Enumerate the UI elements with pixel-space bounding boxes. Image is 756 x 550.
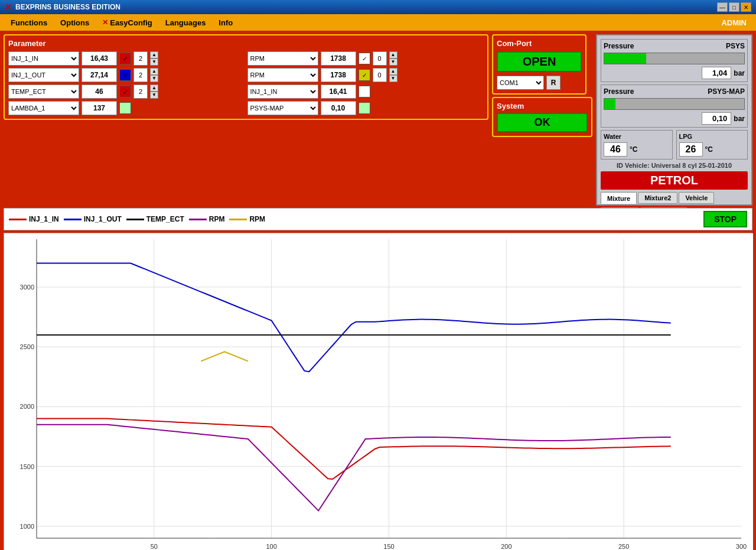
stop-button[interactable]: STOP [703,211,747,227]
param-row-r3: INJ_1_IN 16,41 [247,84,484,99]
param-num-1[interactable]: 2 [133,51,148,66]
pressure-psysmap-value: 0,10 [702,112,731,125]
r-button[interactable]: R [546,76,561,90]
menu-bar: Functions Options ✕ EasyConfig Languages… [0,14,756,31]
param-spin-r2: ▲ ▼ [389,68,397,82]
param-check-r4[interactable] [359,102,370,114]
param-row-1: INJ_1_IN 16,43 ✓ 2 ▲ ▼ [8,51,245,66]
legend-items: INJ_1_IN INJ_1_OUT TEMP_ECT RPM RPM [9,215,265,223]
spin-dn-3[interactable]: ▼ [150,92,158,99]
param-check-r2[interactable]: ✓ [359,69,370,81]
comport-system-col: Com-Port OPEN COM1 R System OK [492,34,592,206]
legend-label-inj1out: INJ_1_OUT [84,215,122,223]
lpg-unit: °C [705,145,713,154]
param-check-4[interactable] [119,102,131,114]
param-check-2[interactable]: ✓ [119,69,131,81]
parameter-box: Parameter INJ_1_IN 16,43 ✓ 2 ▲ ▼ [4,34,488,120]
param-value-r1: 1738 [321,51,356,66]
spin-up-1[interactable]: ▲ [150,51,158,58]
chart-canvas [4,233,753,550]
param-select-r2[interactable]: RPM [247,68,318,82]
pressure-psysmap-title: Pressure [604,87,634,96]
menu-items: Functions Options ✕ EasyConfig Languages… [5,17,239,28]
water-value: 46 [604,142,627,157]
title-bar-controls: — □ ✕ [717,2,751,12]
right-panel: Pressure PSYS 1,04 bar Pressure PSYS-MAP [596,34,752,206]
chart-controls: INJ_1_IN INJ_1_OUT TEMP_ECT RPM RPM [4,208,752,230]
param-row-r4: PSYS-MAP 0,10 [247,101,484,115]
param-check-r1[interactable]: ✓ [359,53,370,64]
easyconfig-icon: ✕ [102,18,108,27]
water-unit: °C [630,145,637,154]
legend-label-rpm2: RPM [249,215,265,223]
legend-tempect: TEMP_ECT [126,215,184,223]
param-num-r2[interactable]: 0 [373,68,387,82]
menu-functions[interactable]: Functions [5,17,53,28]
param-select-4[interactable]: LAMBDA_1 [8,101,79,115]
param-num-r1[interactable]: 0 [373,51,387,66]
legend-line-rpm2 [229,219,247,220]
menu-options[interactable]: Options [54,17,95,28]
param-row-4: LAMBDA_1 137 [8,101,245,115]
param-check-r3[interactable] [359,86,370,97]
system-box: System OK [492,97,592,137]
pressure-psysmap-bar [604,98,745,110]
param-value-2: 27,14 [82,68,117,82]
legend-inj1in: INJ_1_IN [9,215,59,223]
tab-mixture[interactable]: Mixture [601,192,637,204]
vehicle-id: ID Vehicle: Universal 8 cyl 25-01-2010 [601,162,748,169]
param-row-2: INJ_1_OUT 27,14 ✓ 2 ▲ ▼ [8,68,245,82]
spin-dn-r2[interactable]: ▼ [389,75,397,82]
close-button[interactable]: ✕ [741,2,751,12]
spin-dn-1[interactable]: ▼ [150,58,158,66]
spin-dn-2[interactable]: ▼ [150,75,158,82]
spin-up-2[interactable]: ▲ [150,68,158,75]
legend-line-tempect [126,219,144,220]
param-select-2[interactable]: INJ_1_OUT [8,68,79,82]
app-icon: ✕ [5,2,12,12]
param-row-r2: RPM 1738 ✓ 0 ▲ ▼ [247,68,484,82]
top-section: Parameter INJ_1_IN 16,43 ✓ 2 ▲ ▼ [4,34,752,206]
minimize-button[interactable]: — [717,2,728,12]
tab-mixture2[interactable]: Mixture2 [638,192,677,204]
param-select-3[interactable]: TEMP_ECT [8,84,79,99]
legend-inj1out: INJ_1_OUT [64,215,122,223]
pressure-psys-header: Pressure PSYS [604,42,745,50]
legend-label-tempect: TEMP_ECT [146,215,184,223]
param-value-r2: 1738 [321,68,356,82]
legend-label-rpm1: RPM [209,215,225,223]
param-check-1[interactable]: ✓ [119,53,131,64]
legend-line-inj1in [9,219,27,220]
spin-up-3[interactable]: ▲ [150,84,158,92]
menu-easyconfig[interactable]: ✕ EasyConfig [96,17,158,28]
param-check-3[interactable]: ✓ [119,86,131,97]
param-value-r4: 0,10 [321,101,356,115]
param-value-4: 137 [82,101,117,115]
param-select-r4[interactable]: PSYS-MAP [247,101,318,115]
pressure-psys-value: 1,04 [702,67,731,79]
com-port-select[interactable]: COM1 [497,76,544,90]
param-num-3[interactable]: 2 [133,84,148,99]
param-spin-r1: ▲ ▼ [389,51,397,66]
lpg-value-row: 26 °C [679,142,745,157]
pressure-psys-value-row: 1,04 bar [604,67,745,79]
param-select-1[interactable]: INJ_1_IN [8,51,79,66]
spin-dn-r1[interactable]: ▼ [389,58,397,66]
param-select-r3[interactable]: INJ_1_IN [247,84,318,99]
menu-info[interactable]: Info [213,17,239,28]
param-select-r1[interactable]: RPM [247,51,318,66]
comport-title: Com-Port [497,39,582,48]
spin-up-r1[interactable]: ▲ [389,51,397,58]
param-spin-3: ▲ ▼ [150,84,158,99]
pressure-psys-title: Pressure [604,42,634,50]
comport-box: Com-Port OPEN COM1 R [492,34,586,95]
ok-button[interactable]: OK [497,113,588,132]
spin-up-r2[interactable]: ▲ [389,68,397,75]
maximize-button[interactable]: □ [729,2,739,12]
menu-languages[interactable]: Languages [159,17,212,28]
param-num-2[interactable]: 2 [133,68,148,82]
open-button[interactable]: OPEN [497,51,582,72]
lpg-box: LPG 26 °C [676,130,748,160]
tab-vehicle[interactable]: Vehicle [679,192,714,204]
pressure-psysmap-unit: bar [734,115,745,123]
